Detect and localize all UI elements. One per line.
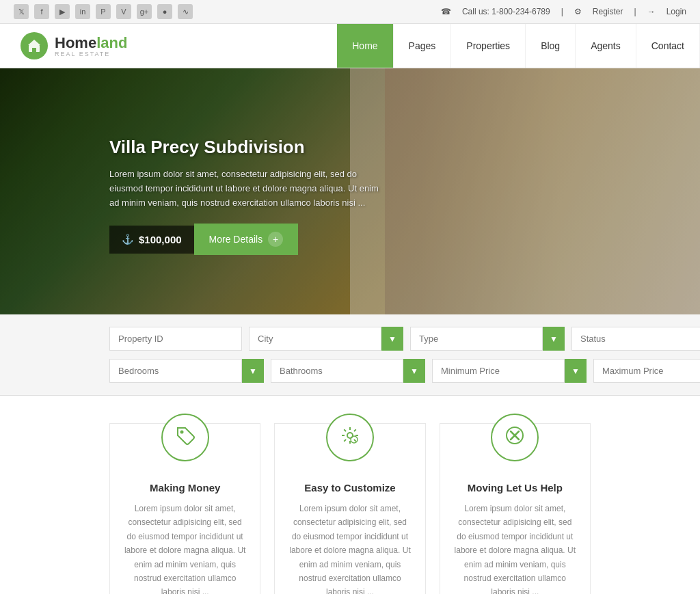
pinterest-icon[interactable]: P — [96, 4, 111, 19]
login-link[interactable]: Login — [667, 7, 686, 16]
register-icon: ⚙ — [574, 7, 582, 16]
making-money-icon-wrap — [161, 414, 209, 461]
nav-item-blog[interactable]: Blog — [526, 24, 576, 68]
max-price-select-wrap: ▼ — [593, 359, 700, 383]
nav-item-properties[interactable]: Properties — [451, 24, 526, 68]
max-price-input[interactable] — [593, 359, 700, 383]
logo-icon — [21, 32, 48, 59]
property-id-input[interactable] — [109, 327, 242, 351]
wrench-feature-icon — [504, 424, 526, 451]
feature-card-easy-to-customize: Easy to Customize Lorem ipsum dolor sit … — [274, 423, 425, 594]
easy-customize-icon-wrap — [326, 414, 374, 461]
divider2: | — [634, 7, 636, 16]
svg-rect-2 — [32, 48, 36, 52]
status-input[interactable] — [571, 327, 700, 351]
more-details-label: More Details — [209, 234, 263, 245]
svg-marker-1 — [28, 40, 40, 45]
hero-price: ⚓ $100,000 — [109, 226, 194, 254]
hero-banner: Villa Precy Subdivision Lorem ipsum dolo… — [0, 68, 700, 314]
type-select-wrap: ▼ — [410, 327, 565, 351]
hero-actions: ⚓ $100,000 More Details + — [109, 224, 383, 255]
linkedin-icon[interactable]: in — [75, 4, 90, 19]
hero-title: Villa Precy Subdivision — [109, 137, 383, 158]
easy-customize-title: Easy to Customize — [288, 482, 411, 494]
top-bar: 𝕏 f ▶ in P V g+ ● ∿ ☎ Call us: 1-800-234… — [0, 0, 700, 24]
min-price-dropdown-btn[interactable]: ▼ — [565, 359, 587, 383]
logo-land: land — [96, 34, 127, 51]
instagram-icon[interactable]: ● — [157, 4, 172, 19]
price-value: $100,000 — [139, 234, 182, 245]
search-section: ▼ ▼ ▼ ▼ ▼ ▼ ▼ Search — [0, 314, 700, 396]
city-dropdown-btn[interactable]: ▼ — [381, 327, 403, 351]
register-link[interactable]: Register — [593, 7, 623, 16]
login-icon: → — [647, 7, 656, 16]
nav-item-contact[interactable]: Contact — [636, 24, 700, 68]
bathrooms-select-wrap: ▼ — [271, 359, 425, 383]
search-row-2: ▼ ▼ ▼ ▼ Search — [109, 359, 591, 383]
phone-number[interactable]: Call us: 1-800-234-6789 — [462, 7, 550, 16]
making-money-desc: Lorem ipsum dolor sit amet, consectetur … — [124, 502, 246, 594]
logo-text: Homeland — [55, 34, 127, 52]
logo-area: Homeland REAL ESTATE — [0, 24, 148, 68]
feature-card-moving-let-us-help: Moving Let Us Help Lorem ipsum dolor sit… — [440, 423, 591, 594]
bedrooms-select-wrap: ▼ — [109, 359, 264, 383]
search-row-1: ▼ ▼ ▼ — [109, 327, 591, 351]
tag-feature-icon — [174, 424, 196, 451]
main-nav: Home Pages Properties Blog Agents Contac… — [337, 24, 700, 68]
plus-circle-icon: + — [268, 232, 283, 247]
min-price-input[interactable] — [432, 359, 565, 383]
divider: | — [561, 7, 563, 16]
hero-content: Villa Precy Subdivision Lorem ipsum dolo… — [109, 137, 383, 255]
moving-help-title: Moving Let Us Help — [454, 482, 576, 494]
bathrooms-input[interactable] — [271, 359, 403, 383]
moving-help-icon-wrap — [491, 414, 539, 461]
phone-icon: ☎ — [441, 7, 451, 16]
bathrooms-dropdown-btn[interactable]: ▼ — [403, 359, 425, 383]
bedrooms-input[interactable] — [109, 359, 242, 383]
type-input[interactable] — [410, 327, 543, 351]
tag-icon: ⚓ — [122, 234, 133, 245]
city-select-wrap: ▼ — [249, 327, 403, 351]
features-row: Making Money Lorem ipsum dolor sit amet,… — [109, 423, 591, 594]
min-price-select-wrap: ▼ — [432, 359, 587, 383]
feature-card-making-money: Making Money Lorem ipsum dolor sit amet,… — [109, 423, 260, 594]
top-bar-right: ☎ Call us: 1-800-234-6789 | ⚙ Register |… — [441, 7, 686, 16]
status-select-wrap: ▼ — [571, 327, 700, 351]
nav-item-home[interactable]: Home — [337, 24, 393, 68]
more-details-button[interactable]: More Details + — [194, 224, 299, 255]
making-money-title: Making Money — [124, 482, 246, 494]
google-plus-icon[interactable]: g+ — [137, 4, 152, 19]
easy-customize-desc: Lorem ipsum dolor sit amet, consectetur … — [288, 502, 411, 594]
logo-home: Home — [55, 34, 96, 51]
gear-feature-icon — [339, 424, 361, 451]
features-section: Making Money Lorem ipsum dolor sit amet,… — [0, 396, 700, 594]
header: Homeland REAL ESTATE Home Pages Properti… — [0, 24, 700, 68]
svg-point-3 — [180, 430, 183, 433]
facebook-icon[interactable]: f — [34, 4, 49, 19]
moving-help-desc: Lorem ipsum dolor sit amet, consectetur … — [454, 502, 576, 594]
city-input[interactable] — [249, 327, 381, 351]
hero-description: Lorem ipsum dolor sit amet, consectetur … — [109, 167, 383, 210]
bedrooms-dropdown-btn[interactable]: ▼ — [242, 359, 264, 383]
nav-item-agents[interactable]: Agents — [576, 24, 636, 68]
nav-item-pages[interactable]: Pages — [394, 24, 452, 68]
youtube-icon[interactable]: ▶ — [55, 4, 70, 19]
vine-icon[interactable]: V — [116, 4, 131, 19]
social-links: 𝕏 f ▶ in P V g+ ● ∿ — [14, 4, 193, 19]
twitter-icon[interactable]: 𝕏 — [14, 4, 29, 19]
type-dropdown-btn[interactable]: ▼ — [543, 327, 565, 351]
rss-icon[interactable]: ∿ — [178, 4, 193, 19]
